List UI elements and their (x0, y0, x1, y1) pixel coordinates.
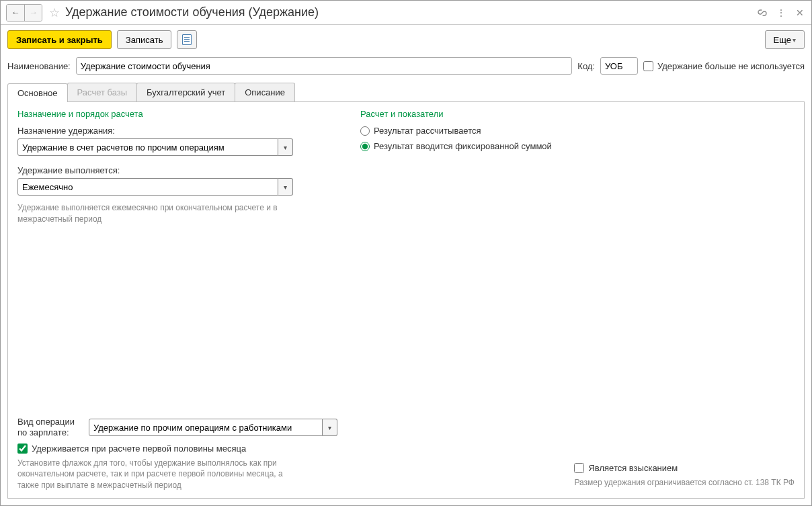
purpose-select[interactable] (17, 138, 278, 156)
first-half-label: Удерживается при расчете первой половины… (32, 444, 246, 454)
exec-dropdown-button[interactable]: ▾ (278, 178, 293, 196)
salary-op-dropdown-button[interactable]: ▾ (323, 419, 337, 436)
favorite-star-icon[interactable]: ☆ (48, 6, 61, 19)
tab-description[interactable]: Описание (235, 83, 295, 101)
list-icon (182, 34, 192, 45)
salary-op-select[interactable] (89, 419, 323, 436)
more-button[interactable]: Еще (765, 30, 805, 49)
first-half-checkbox[interactable] (17, 444, 28, 454)
calc-section-title: Расчет и показатели (360, 109, 795, 119)
nav-forward-button[interactable]: → (24, 5, 42, 21)
tab-accounting[interactable]: Бухгалтерский учет (136, 83, 235, 101)
is-recovery-label: Является взысканием (588, 463, 678, 473)
tab-base[interactable]: Расчет базы (67, 83, 138, 101)
link-icon[interactable] (756, 7, 768, 19)
is-recovery-checkbox[interactable] (574, 463, 584, 473)
close-icon[interactable]: ✕ (794, 7, 806, 19)
purpose-dropdown-button[interactable]: ▾ (278, 138, 293, 156)
exec-select[interactable] (17, 178, 278, 196)
not-used-checkbox[interactable] (643, 61, 653, 71)
name-label: Наименование: (7, 61, 71, 71)
name-input[interactable] (76, 57, 573, 75)
result-fixed-label: Результат вводится фиксированной суммой (374, 141, 552, 151)
exec-hint: Удержание выполняется ежемесячно при око… (17, 202, 293, 225)
result-calculated-radio[interactable] (360, 126, 370, 136)
not-used-label: Удержание больше не используется (657, 61, 805, 71)
result-fixed-radio[interactable] (360, 142, 370, 151)
first-half-hint: Установите флажок для того, чтобы удержа… (17, 458, 293, 491)
recovery-hint: Размер удержания ограничивается согласно… (574, 477, 795, 489)
code-input[interactable] (600, 57, 638, 75)
purpose-section-title: Назначение и порядок расчета (17, 109, 340, 119)
save-button[interactable]: Записать (117, 30, 172, 49)
save-and-close-button[interactable]: Записать и закрыть (7, 30, 112, 49)
list-view-button[interactable] (177, 30, 197, 49)
code-label: Код: (577, 61, 595, 71)
salary-op-label: Вид операции по зарплате: (17, 417, 85, 437)
window-title: Удержание стоимости обучения (Удержание) (65, 5, 756, 19)
tab-main[interactable]: Основное (7, 83, 68, 102)
nav-back-button[interactable]: ← (7, 5, 24, 21)
kebab-menu-icon[interactable]: ⋮ (775, 7, 787, 19)
purpose-label: Назначение удержания: (17, 126, 340, 136)
result-calculated-label: Результат рассчитывается (374, 126, 481, 136)
exec-label: Удержание выполняется: (17, 165, 340, 175)
